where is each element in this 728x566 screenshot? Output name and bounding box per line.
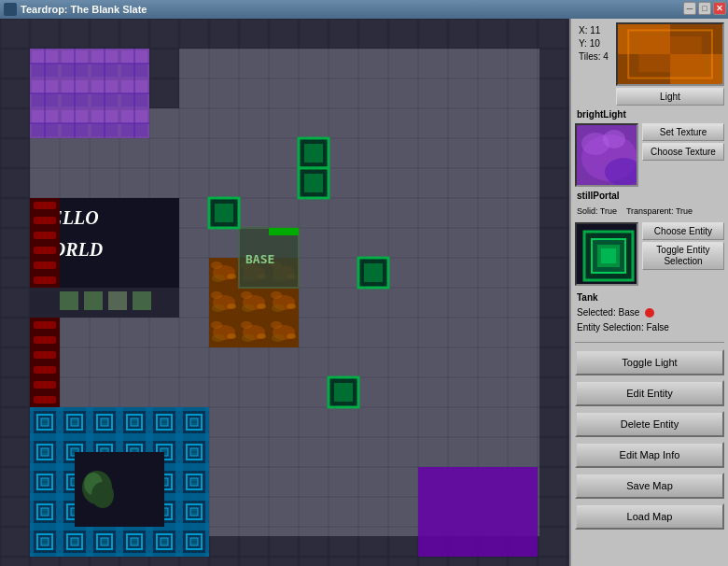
title-bar: Teardrop: The Blank Slate ─ □ ✕ xyxy=(0,0,728,19)
toggle-light-button[interactable]: Toggle Light xyxy=(575,349,724,375)
map-area[interactable]: HELLO WORLD xyxy=(0,19,569,566)
tile-grid: HELLO WORLD xyxy=(0,19,569,566)
choose-texture-button[interactable]: Choose Texture xyxy=(642,143,724,161)
svg-rect-50 xyxy=(34,396,56,403)
texture-name: brightLight xyxy=(575,108,724,120)
entity-selection-label: Entity Selection: False xyxy=(577,320,722,335)
window-controls[interactable]: ─ □ ✕ xyxy=(683,2,726,15)
svg-rect-57 xyxy=(84,291,103,310)
svg-rect-30 xyxy=(539,19,569,566)
svg-rect-46 xyxy=(34,336,56,344)
svg-rect-56 xyxy=(60,291,78,310)
maximize-button[interactable]: □ xyxy=(698,2,711,15)
svg-text:BASE: BASE xyxy=(245,252,274,266)
svg-rect-38 xyxy=(34,217,56,224)
svg-rect-48 xyxy=(34,366,56,374)
svg-rect-68 xyxy=(418,467,538,557)
svg-point-89 xyxy=(603,130,625,149)
divider xyxy=(575,342,724,343)
svg-rect-84 xyxy=(638,36,701,72)
svg-rect-55 xyxy=(30,288,179,318)
svg-rect-45 xyxy=(34,321,56,329)
entity-properties: Solid: True Transparent: True xyxy=(575,205,724,219)
window-title: Teardrop: The Blank Slate xyxy=(21,4,147,15)
solid-label: Solid: True xyxy=(577,206,617,216)
svg-rect-49 xyxy=(34,381,56,389)
svg-rect-94 xyxy=(601,248,616,263)
set-texture-button[interactable]: Set Texture xyxy=(642,123,724,141)
toggle-entity-selection-button[interactable]: Toggle Entity Selection xyxy=(642,242,724,270)
svg-rect-59 xyxy=(133,291,151,310)
choose-entity-button[interactable]: Choose Entity xyxy=(642,222,724,240)
entity-preview xyxy=(575,222,638,286)
entity-name: stillPortal xyxy=(575,190,724,202)
tank-section: Tank Selected: Base Entity Selection: Fa… xyxy=(575,289,724,337)
sidebar: X: 11 Y: 10 Tiles: 4 Light brightLi xyxy=(569,19,728,566)
svg-rect-72 xyxy=(304,174,323,192)
svg-rect-79 xyxy=(269,228,299,235)
minimize-button[interactable]: ─ xyxy=(683,2,696,15)
close-button[interactable]: ✕ xyxy=(713,2,726,15)
svg-rect-74 xyxy=(215,204,233,222)
delete-entity-button[interactable]: Delete Entity xyxy=(575,411,724,437)
save-map-button[interactable]: Save Map xyxy=(575,473,724,499)
y-coord: Y: 10 xyxy=(579,37,609,50)
selected-label: Selected: Base xyxy=(577,305,639,320)
tiles-count: Tiles: 4 xyxy=(579,50,609,64)
edit-entity-button[interactable]: Edit Entity xyxy=(575,380,724,406)
svg-rect-29 xyxy=(0,19,30,566)
texture-preview xyxy=(575,123,638,187)
transparent-label: Transparent: True xyxy=(626,206,693,216)
edit-map-info-button[interactable]: Edit Map Info xyxy=(575,442,724,468)
svg-rect-37 xyxy=(34,202,56,209)
svg-rect-47 xyxy=(34,351,56,359)
light-button[interactable]: Light xyxy=(616,88,724,106)
svg-rect-32 xyxy=(30,49,149,138)
x-coord: X: 11 xyxy=(579,24,609,37)
light-texture-preview xyxy=(616,22,724,86)
svg-rect-70 xyxy=(304,144,323,163)
svg-rect-76 xyxy=(364,263,383,282)
svg-rect-58 xyxy=(108,291,127,310)
svg-point-64 xyxy=(91,482,114,508)
main-layout: HELLO WORLD xyxy=(0,19,728,566)
svg-rect-40 xyxy=(34,247,56,254)
coordinates-display: X: 11 Y: 10 Tiles: 4 xyxy=(575,22,612,65)
svg-rect-42 xyxy=(34,276,56,284)
svg-rect-78 xyxy=(334,383,353,402)
svg-rect-39 xyxy=(34,232,56,239)
app-icon xyxy=(4,3,17,16)
red-dot-indicator xyxy=(645,308,654,318)
tank-label: Tank xyxy=(577,290,722,305)
svg-rect-41 xyxy=(34,262,56,269)
load-map-button[interactable]: Load Map xyxy=(575,503,724,530)
